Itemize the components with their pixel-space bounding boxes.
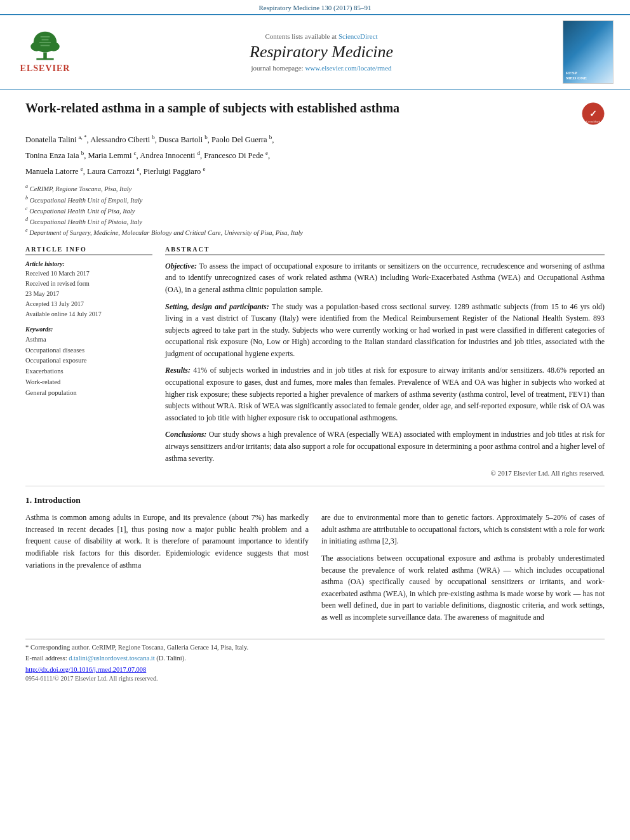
keywords-label: Keywords: xyxy=(25,326,152,333)
journal-cover-area: RESPMED ONE xyxy=(563,20,620,84)
keyword-exacerbations: Exacerbations xyxy=(25,366,152,377)
doi-link[interactable]: http://dx.doi.org/10.1016/j.rmed.2017.07… xyxy=(25,666,146,673)
keyword-work-related: Work-related xyxy=(25,377,152,388)
history-label: Article history: xyxy=(25,260,152,267)
section-divider xyxy=(25,486,605,486)
date-revised: 23 May 2017 xyxy=(25,289,152,299)
intro-para-3: The associations between occupational ex… xyxy=(321,552,605,623)
corresponding-author: * Corresponding author. CeRIMP, Regione … xyxy=(25,643,605,653)
results-label: Results: xyxy=(165,366,191,375)
email-line: E-mail address: d.talini@uslnordovest.to… xyxy=(25,654,605,663)
svg-point-4 xyxy=(48,42,60,51)
affiliation-a: a CeRIMP, Regione Toscana, Pisa, Italy xyxy=(25,183,605,194)
abstract-header: ABSTRACT xyxy=(165,246,605,255)
svg-rect-8 xyxy=(41,45,50,46)
intro-para-2: are due to environmental more than to ge… xyxy=(321,512,605,547)
intro-left-col: Asthma is common among adults in Europe,… xyxy=(25,512,309,628)
citation-bar: Respiratory Medicine 130 (2017) 85–91 xyxy=(0,0,630,14)
elsevier-tree-icon xyxy=(26,30,64,62)
keyword-occ-exposure: Occupational exposure xyxy=(25,356,152,366)
sciencedirect-link[interactable]: ScienceDirect xyxy=(338,32,378,40)
article-info-col: ARTICLE INFO Article history: Received 1… xyxy=(25,246,152,477)
date-revised-label: Received in revised form xyxy=(25,279,152,289)
abstract-copyright: © 2017 Elsevier Ltd. All rights reserved… xyxy=(165,469,605,477)
article-info-abstract-section: ARTICLE INFO Article history: Received 1… xyxy=(25,246,605,477)
elsevier-logo-area: ELSEVIER xyxy=(10,30,80,74)
conclusions-text: Our study shows a high prevalence of WRA… xyxy=(165,430,605,462)
article-history-block: Article history: Received 10 March 2017 … xyxy=(25,260,152,319)
cover-label: RESPMED ONE xyxy=(566,70,587,81)
main-content: Work-related asthma in a sample of subje… xyxy=(0,90,630,695)
abstract-conclusions: Conclusions: Our study shows a high prev… xyxy=(165,429,605,464)
date-received: Received 10 March 2017 xyxy=(25,269,152,279)
affiliation-e: e Department of Surgery, Medicine, Molec… xyxy=(25,227,605,237)
article-info-header: ARTICLE INFO xyxy=(25,246,152,255)
abstract-objective: Objective: To assess the impact of occup… xyxy=(165,260,605,296)
svg-point-3 xyxy=(30,42,42,51)
svg-rect-5 xyxy=(41,36,50,37)
journal-name: Respiratory Medicine xyxy=(88,43,555,62)
objective-label: Objective: xyxy=(165,262,197,270)
citation-text: Respiratory Medicine 130 (2017) 85–91 xyxy=(258,4,371,11)
affiliation-c: c Occupational Health Unit of Pisa, Ital… xyxy=(25,205,605,216)
keywords-block: Keywords: Asthma Occupational diseases O… xyxy=(25,326,152,399)
svg-rect-1 xyxy=(36,58,53,60)
svg-rect-7 xyxy=(39,42,51,43)
date-accepted: Accepted 13 July 2017 xyxy=(25,299,152,309)
svg-text:CrossMark: CrossMark xyxy=(586,120,601,123)
elsevier-logo: ELSEVIER xyxy=(10,30,80,74)
abstract-col: ABSTRACT Objective: To assess the impact… xyxy=(165,246,605,477)
keyword-general-population: General population xyxy=(25,388,152,399)
affiliation-b: b Occupational Health Unit of Empoli, It… xyxy=(25,194,605,205)
authors-line-3: Manuela Latorre e, Laura Carrozzi e, Pie… xyxy=(25,164,605,178)
authors-line-1: Donatella Talini a, *, Alessandro Cibert… xyxy=(25,133,605,146)
author-email-link[interactable]: d.talini@uslnordovest.toscana.it xyxy=(69,655,154,662)
sciencedirect-label: Contents lists available at ScienceDirec… xyxy=(88,32,555,40)
doi-line: http://dx.doi.org/10.1016/j.rmed.2017.07… xyxy=(25,666,605,673)
journal-homepage-link[interactable]: www.elsevier.com/locate/rmed xyxy=(305,64,391,72)
intro-right-col: are due to environmental more than to ge… xyxy=(321,512,605,628)
journal-title-area: Contents lists available at ScienceDirec… xyxy=(88,32,555,72)
footnotes-section: * Corresponding author. CeRIMP, Regione … xyxy=(25,639,605,682)
article-title-section: Work-related asthma in a sample of subje… xyxy=(25,100,605,125)
affiliations: a CeRIMP, Regione Toscana, Pisa, Italy b… xyxy=(25,183,605,237)
affiliation-d: d Occupational Health Unit of Pistoia, I… xyxy=(25,216,605,227)
journal-homepage-line: journal homepage: www.elsevier.com/locat… xyxy=(88,64,555,72)
setting-label: Setting, design and participants: xyxy=(165,302,269,311)
journal-header: ELSEVIER Contents lists available at Sci… xyxy=(0,14,630,90)
intro-title: 1. Introduction xyxy=(25,495,605,505)
intro-body: Asthma is common among adults in Europe,… xyxy=(25,512,605,628)
date-online: Available online 14 July 2017 xyxy=(25,309,152,319)
keyword-occ-diseases: Occupational diseases xyxy=(25,345,152,356)
objective-text: To assess the impact of occupational exp… xyxy=(165,262,605,294)
abstract-setting: Setting, design and participants: The st… xyxy=(165,301,605,360)
abstract-results: Results: 41% of subjects worked in indus… xyxy=(165,364,605,423)
elsevier-wordmark: ELSEVIER xyxy=(20,63,70,74)
crossmark-badge-icon: ✓ CrossMark xyxy=(582,102,605,125)
keyword-asthma: Asthma xyxy=(25,335,152,345)
footer-copyright: 0954-6111/© 2017 Elsevier Ltd. All right… xyxy=(25,675,605,682)
intro-para-1: Asthma is common among adults in Europe,… xyxy=(25,512,309,571)
authors-line-2: Tonina Enza Iaia b, Maria Lemmi c, Andre… xyxy=(25,149,605,162)
results-text: 41% of subjects worked in industries and… xyxy=(165,366,605,422)
conclusions-label: Conclusions: xyxy=(165,430,206,439)
svg-text:✓: ✓ xyxy=(589,109,597,119)
journal-cover-image: RESPMED ONE xyxy=(563,20,613,84)
article-title: Work-related asthma in a sample of subje… xyxy=(25,100,577,116)
svg-rect-6 xyxy=(42,39,49,41)
